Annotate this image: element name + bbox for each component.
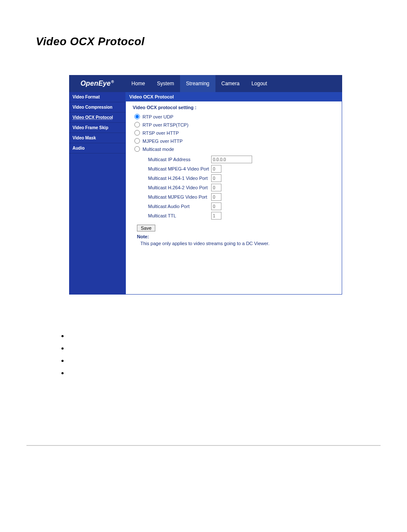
sidebar-item-video-frame-skip[interactable]: Video Frame Skip [69,123,125,133]
radio-multicast-label: Multicast mode [142,147,174,152]
multicast-h264-1-label: Multicast H.264-1 Video Port [148,176,211,181]
bullet-icon [61,347,64,350]
multicast-audio-input[interactable] [211,202,221,210]
radio-mjpeg-http[interactable]: MJPEG over HTTP [133,137,335,145]
radio-rtp-rtsp-tcp-input[interactable] [134,122,140,127]
multicast-ttl-input[interactable] [211,212,221,220]
multicast-mjpeg-input[interactable] [211,193,221,201]
sidebar-item-audio[interactable]: Audio [69,143,125,153]
radio-rtsp-http-input[interactable] [134,130,140,136]
app-window: OpenEye® Home System Streaming Camera Lo… [69,75,342,295]
multicast-ip-label: Multicast IP Address [148,157,211,162]
page-title: Video OCX Protocol [36,35,407,48]
note-text: This page only applies to video streams … [140,241,335,246]
tab-camera[interactable]: Camera [215,75,246,92]
multicast-audio-row: Multicast Audio Port [148,202,335,211]
multicast-h264-2-input[interactable] [211,184,221,191]
multicast-ip-input[interactable] [211,156,252,163]
settings-section: Video OCX protocol setting : RTP over UD… [126,101,342,249]
tab-logout[interactable]: Logout [245,75,273,92]
multicast-mpeg4-input[interactable] [211,165,221,173]
page-divider [26,445,381,446]
multicast-ttl-row: Multicast TTL [148,211,335,220]
radio-rtsp-http[interactable]: RTSP over HTTP [133,129,335,137]
sidebar-item-video-mask[interactable]: Video Mask [69,133,125,143]
multicast-h264-2-row: Multicast H.264-2 Video Port [148,183,335,192]
radio-multicast-input[interactable] [134,146,140,152]
tab-home[interactable]: Home [125,75,151,92]
multicast-h264-1-input[interactable] [211,174,221,182]
nav-tabs: Home System Streaming Camera Logout [125,75,342,92]
registered-icon: ® [111,80,114,84]
multicast-ttl-label: Multicast TTL [148,213,211,218]
settings-title: Video OCX protocol setting : [133,105,335,110]
bullet-icon [61,372,64,374]
multicast-mjpeg-row: Multicast MJPEG Video Port [148,192,335,202]
save-button[interactable]: Save [137,225,155,231]
multicast-mjpeg-label: Multicast MJPEG Video Port [148,194,211,200]
radio-rtp-rtsp-tcp[interactable]: RTP over RTSP(TCP) [133,121,335,129]
bullet-list [61,335,64,385]
tab-system[interactable]: System [151,75,180,92]
radio-multicast[interactable]: Multicast mode [133,145,335,153]
radio-rtp-udp-input[interactable] [134,114,140,119]
sidebar: Video Format Video Compression Video OCX… [69,92,125,295]
tab-streaming[interactable]: Streaming [180,75,215,92]
multicast-mpeg4-row: Multicast MPEG-4 Video Port [148,164,335,173]
multicast-ip-row: Multicast IP Address [148,155,335,164]
bullet-icon [61,360,64,362]
radio-mjpeg-http-input[interactable] [134,138,140,144]
brand-logo: OpenEye® [69,75,125,92]
multicast-settings: Multicast IP Address Multicast MPEG-4 Vi… [148,155,335,220]
sidebar-item-video-compression[interactable]: Video Compression [69,102,125,113]
bullet-icon [61,335,64,337]
content-row: Video Format Video Compression Video OCX… [69,92,342,295]
radio-rtp-udp-label: RTP over UDP [142,114,173,119]
brand-text: OpenEye [81,80,111,87]
radio-rtp-rtsp-tcp-label: RTP over RTSP(TCP) [142,122,189,127]
radio-rtsp-http-label: RTSP over HTTP [142,130,179,136]
radio-rtp-udp[interactable]: RTP over UDP [133,113,335,121]
sidebar-item-video-format[interactable]: Video Format [69,92,125,102]
multicast-h264-1-row: Multicast H.264-1 Video Port [148,173,335,183]
multicast-audio-label: Multicast Audio Port [148,204,211,209]
sidebar-item-video-ocx-protocol[interactable]: Video OCX Protocol [69,113,125,123]
main-panel-header: Video OCX Protocol [126,92,342,101]
radio-mjpeg-http-label: MJPEG over HTTP [142,139,183,144]
header-bar: OpenEye® Home System Streaming Camera Lo… [69,75,342,92]
note-label: Note: [137,234,335,239]
main-panel: Video OCX Protocol Video OCX protocol se… [125,92,342,295]
multicast-mpeg4-label: Multicast MPEG-4 Video Port [148,166,211,171]
multicast-h264-2-label: Multicast H.264-2 Video Port [148,185,211,190]
